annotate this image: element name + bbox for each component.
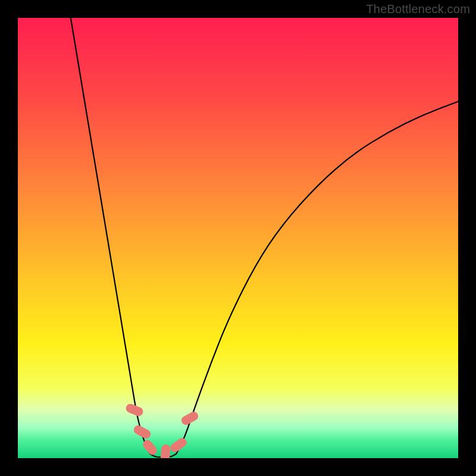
plot-area	[18, 18, 458, 458]
watermark-text: TheBottleneck.com	[366, 2, 470, 16]
background-gradient	[18, 18, 458, 458]
svg-rect-0	[18, 18, 458, 458]
curve-marker	[160, 444, 171, 458]
chart-frame: TheBottleneck.com	[0, 0, 476, 476]
